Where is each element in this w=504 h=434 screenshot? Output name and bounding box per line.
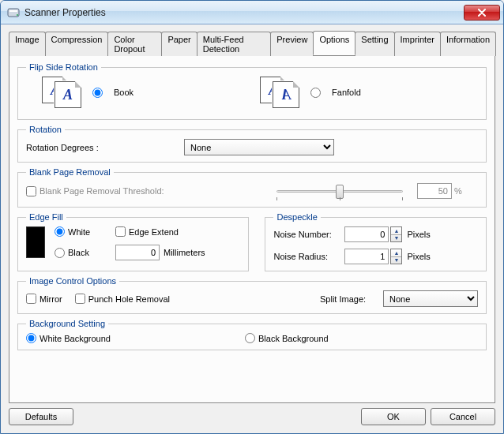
blank-page-unit: % — [454, 186, 462, 196]
blank-page-threshold-value[interactable] — [417, 183, 452, 199]
cancel-button[interactable]: Cancel — [431, 408, 495, 425]
tab-multi-feed[interactable]: Multi-Feed Detection — [197, 32, 272, 56]
group-despeckle-legend: Despeckle — [273, 212, 320, 222]
fanfold-icon: A A — [260, 77, 303, 108]
edge-fill-white-label: White — [68, 227, 115, 237]
tab-options[interactable]: Options — [313, 31, 355, 55]
blank-page-threshold-slider[interactable] — [276, 181, 403, 200]
tab-paper[interactable]: Paper — [161, 32, 197, 56]
group-blank-page-legend: Blank Page Removal — [26, 167, 114, 177]
noise-number-unit: Pixels — [407, 230, 430, 239]
group-background-legend: Background Setting — [26, 319, 108, 328]
edge-extend-label: Edge Extend — [129, 227, 179, 237]
noise-number-label: Noise Number: — [273, 230, 344, 239]
noise-number-value[interactable] — [344, 226, 389, 242]
noise-radius-unit: Pixels — [407, 252, 430, 261]
punch-hole-checkbox[interactable] — [75, 294, 85, 304]
group-flip-side-legend: Flip Side Rotation — [26, 62, 101, 72]
group-rotation: Rotation Rotation Degrees : None — [17, 125, 487, 163]
bg-white-radio[interactable] — [26, 333, 36, 343]
flip-book-radio[interactable] — [92, 88, 103, 98]
noise-radius-label: Noise Radius: — [273, 252, 344, 261]
group-despeckle: Despeckle Noise Number: ▲ ▼ Pixels Noise… — [265, 212, 487, 271]
close-icon — [477, 9, 487, 17]
tab-information[interactable]: Information — [440, 32, 496, 56]
tab-setting[interactable]: Setting — [355, 32, 394, 56]
edge-fill-white-radio[interactable] — [55, 226, 65, 237]
edge-extend-checkbox[interactable] — [115, 226, 126, 237]
edge-fill-black-label: Black — [68, 248, 115, 257]
group-image-control-legend: Image Control Options — [26, 276, 119, 286]
app-icon — [7, 6, 20, 19]
spinner-down-icon[interactable]: ▼ — [391, 235, 401, 242]
bg-white-label: White Background — [39, 334, 245, 343]
spinner-up-icon[interactable]: ▲ — [391, 249, 401, 257]
tab-color-dropout[interactable]: Color Dropout — [107, 32, 162, 56]
content-area: Image Compression Color Dropout Paper Mu… — [1, 24, 503, 433]
punch-hole-label: Punch Hole Removal — [88, 294, 170, 304]
spinner-down-icon[interactable]: ▼ — [391, 257, 401, 264]
spinner-up-icon[interactable]: ▲ — [391, 227, 401, 235]
group-background: Background Setting White Background Blac… — [17, 319, 487, 350]
edge-fill-unit: Millimeters — [164, 248, 205, 257]
edge-fill-value[interactable] — [115, 245, 160, 260]
bg-black-radio[interactable] — [245, 333, 255, 343]
footer: Defaults OK Cancel — [9, 408, 495, 425]
tab-image[interactable]: Image — [9, 32, 46, 56]
bg-black-label: Black Background — [258, 334, 329, 343]
tabstrip: Image Compression Color Dropout Paper Mu… — [9, 31, 495, 56]
noise-radius-spinner[interactable]: ▲ ▼ — [390, 249, 402, 264]
group-blank-page: Blank Page Removal Blank Page Removal Th… — [17, 167, 487, 208]
defaults-button[interactable]: Defaults — [9, 408, 73, 425]
rotation-degrees-select[interactable]: None — [184, 139, 334, 155]
window-title: Scanner Properties — [24, 7, 464, 18]
split-image-select[interactable]: None — [383, 290, 478, 307]
group-rotation-legend: Rotation — [26, 125, 65, 134]
blank-page-threshold-label: Blank Page Removal Threshold: — [39, 186, 276, 196]
mirror-label: Mirror — [39, 294, 62, 304]
titlebar: Scanner Properties — [1, 1, 503, 24]
edge-fill-black-radio[interactable] — [55, 248, 65, 258]
group-flip-side: Flip Side Rotation A A Book A A — [17, 62, 487, 120]
edge-fill-preview — [26, 226, 45, 258]
group-image-control: Image Control Options Mirror Punch Hole … — [17, 276, 487, 314]
svg-rect-1 — [9, 10, 17, 12]
tab-imprinter[interactable]: Imprinter — [394, 32, 441, 56]
noise-number-spinner[interactable]: ▲ ▼ — [390, 226, 402, 242]
tab-preview[interactable]: Preview — [270, 32, 314, 56]
book-icon: A A — [42, 77, 85, 108]
rotation-degrees-label: Rotation Degrees : — [26, 143, 184, 152]
flip-book-label: Book — [114, 88, 134, 97]
group-edge-fill: Edge Fill White Edge Extend Black — [17, 212, 249, 271]
svg-point-2 — [17, 14, 18, 16]
flip-fanfold-label: Fanfold — [332, 88, 361, 97]
tab-compression[interactable]: Compression — [45, 32, 109, 56]
mirror-checkbox[interactable] — [26, 294, 36, 304]
ok-button[interactable]: OK — [361, 408, 426, 425]
noise-radius-value[interactable] — [344, 249, 389, 264]
flip-fanfold-radio[interactable] — [310, 88, 321, 98]
group-edge-fill-legend: Edge Fill — [26, 212, 66, 222]
blank-page-removal-checkbox[interactable] — [26, 186, 36, 196]
tabpanel-options: Flip Side Rotation A A Book A A — [9, 56, 495, 403]
split-image-label: Split Image: — [320, 294, 383, 304]
close-button[interactable] — [464, 5, 500, 21]
